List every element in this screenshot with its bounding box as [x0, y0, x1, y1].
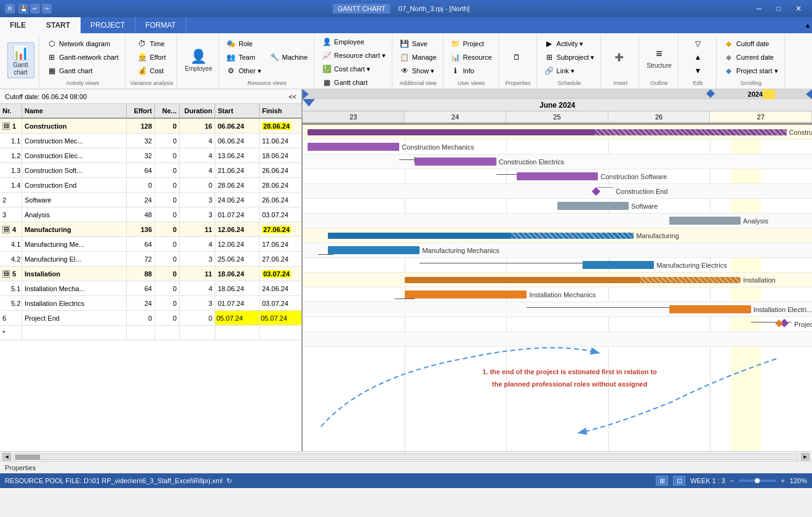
close-button[interactable]: ✕ — [790, 2, 807, 15]
bar-hatch — [595, 129, 786, 135]
undo-icon[interactable]: ↩ — [30, 4, 40, 14]
table-row[interactable]: * — [0, 326, 301, 340]
other-btn[interactable]: ⚙ Other ▾ — [224, 65, 264, 77]
activity-btn[interactable]: ▶ Activity ▾ — [542, 38, 597, 50]
dep-arrow-mfg — [420, 263, 583, 263]
right-panel: 2024 June 2024 23 24 25 26 27 — [303, 89, 812, 451]
gantt-network-btn[interactable]: ⊞ Gantt-network chart — [44, 51, 121, 63]
subproject-btn[interactable]: ⊞ Subproject ▾ — [542, 51, 597, 63]
cap-employee-btn[interactable]: 👤 Employee — [319, 36, 388, 48]
table-row[interactable]: ⊟5 Installation 88 0 11 18.06.24 03.07.2… — [0, 267, 301, 281]
table-row[interactable]: 1.4 Construction End 0 0 0 28.06.24 28.0… — [0, 178, 301, 193]
up-btn[interactable]: ▲ — [690, 51, 705, 63]
gantt-cap-label: Gantt chart — [334, 79, 367, 86]
structure-btn[interactable]: ≡ Structure — [644, 44, 674, 71]
titlebar: R 💾 ↩ ↪ GANTT CHART 07_North_3.rpj - [No… — [0, 0, 812, 17]
ribbon-collapse-btn[interactable]: ▲ — [803, 17, 812, 33]
expand-icon[interactable]: ⊟ — [2, 122, 10, 130]
day-25: 25 — [506, 111, 608, 122]
table-row[interactable]: 1.2 Construction Elec... 32 0 4 13.06.24… — [0, 148, 301, 163]
restore-button[interactable]: □ — [770, 2, 787, 15]
group-schedule: ▶ Activity ▾ ⊞ Subproject ▾ 🔗 Link ▾ Sch… — [538, 34, 602, 87]
tab-format[interactable]: FORMAT — [135, 17, 186, 33]
down-btn[interactable]: ▼ — [690, 65, 705, 77]
table-row[interactable]: 5.1 Installation Mecha... 64 0 4 18.06.2… — [0, 281, 301, 296]
structure-label: Structure — [647, 62, 672, 70]
props-btn[interactable]: 🗒 — [509, 51, 527, 63]
employee-button[interactable]: 👤 Employee — [182, 47, 214, 74]
insert-icon: ➕ — [615, 52, 624, 62]
td-finish: 26.06.24 — [260, 163, 301, 177]
info-btn[interactable]: ℹ Info — [448, 65, 495, 77]
time-btn[interactable]: ⏱ Time — [135, 38, 168, 50]
group-edit: ▽ ▲ ▼ Edit — [680, 34, 717, 87]
redo-icon[interactable]: ↪ — [42, 4, 52, 14]
td-effort: 88 — [127, 267, 155, 281]
expand-icon[interactable]: ⊟ — [2, 226, 10, 233]
effort-btn[interactable]: 👷 Effort — [135, 51, 168, 63]
network-diagram-btn[interactable]: ⬡ Network diagram — [44, 38, 121, 50]
resource-btn[interactable]: 📊 Resource — [448, 51, 495, 63]
show-btn[interactable]: 👁 Show ▾ — [397, 65, 439, 77]
scroll-thumb[interactable] — [15, 455, 40, 460]
info-icon: ℹ — [451, 66, 461, 76]
cost-btn[interactable]: 💰 Cost — [135, 65, 168, 77]
insert-btn[interactable]: ➕ — [612, 51, 629, 63]
table-row[interactable]: 6 Project End 0 0 0 05.07.24 05.07.24 — [0, 311, 301, 326]
tab-file[interactable]: FILE — [0, 17, 36, 33]
project-start-btn[interactable]: ◆ Project start ▾ — [722, 65, 781, 77]
refresh-icon[interactable]: ↻ — [226, 477, 232, 485]
bar-construction-summary — [308, 129, 786, 135]
link-btn[interactable]: 🔗 Link ▾ — [542, 65, 597, 77]
expand-icon[interactable]: ⊟ — [2, 270, 10, 278]
machine-btn[interactable]: 🔧 Machine — [268, 51, 311, 63]
link-icon: 🔗 — [544, 66, 554, 76]
table-row[interactable]: 1.1 Construction Mec... 32 0 4 06.06.24 … — [0, 134, 301, 148]
collapse-panel-btn[interactable]: << — [289, 93, 297, 100]
tab-project[interactable]: PROJECT — [81, 17, 135, 33]
cost-chart-btn[interactable]: 💹 Cost chart ▾ — [319, 63, 388, 75]
link-label: Link ▾ — [557, 67, 575, 75]
save-view-btn[interactable]: 💾 Save — [397, 38, 439, 50]
table-row[interactable]: 1.3 Construction Soft... 64 0 4 21.06.24… — [0, 163, 301, 178]
table-row[interactable]: 3 Analysis 48 0 3 01.07.24 03.07.24 — [0, 207, 301, 222]
filter-btn[interactable]: ▽ — [690, 38, 705, 50]
team-btn[interactable]: 👥 Team — [224, 51, 264, 63]
scroll-left-btn[interactable]: ◄ — [2, 453, 11, 460]
table-row[interactable]: 4.1 Manufacturing Me... 64 0 4 12.06.24 … — [0, 237, 301, 252]
table-row[interactable]: 5.2 Installation Electrics 24 0 3 01.07.… — [0, 296, 301, 311]
proj-start-icon: ◆ — [724, 66, 734, 76]
titlebar-left: R 💾 ↩ ↪ — [5, 4, 52, 14]
td-effort: 64 — [127, 163, 155, 177]
table-row[interactable]: ⊟4 Manufacturing 136 0 11 12.06.24 27.06… — [0, 222, 301, 237]
gantt-view-btn[interactable]: ▦ Gantt chart — [44, 65, 121, 77]
gantt-chart-button[interactable]: 📊 Ganttchart — [7, 42, 34, 78]
scroll-right-btn[interactable]: ► — [801, 453, 810, 460]
tab-start[interactable]: START — [36, 17, 81, 33]
save-icon[interactable]: 💾 — [18, 4, 28, 14]
manage-btn[interactable]: 📋 Manage — [397, 51, 439, 63]
th-ne: Ne... — [155, 104, 180, 118]
cutoff-date-btn[interactable]: ◆ Cutoff date — [722, 38, 781, 50]
gantt-chart-cap-btn[interactable]: ▦ Gantt chart — [319, 76, 388, 89]
zoom-plus[interactable]: + — [781, 477, 784, 484]
status-icon-1[interactable]: ⊞ — [656, 476, 668, 486]
current-date-btn[interactable]: ◆ Current date — [722, 51, 781, 63]
table-row[interactable]: 2 Software 24 0 3 24.06.24 26.06.24 — [0, 193, 301, 207]
horizontal-scrollbar[interactable] — [14, 454, 798, 460]
table-row[interactable]: 4.2 Manufacturing El... 72 0 3 25.06.24 … — [0, 252, 301, 267]
th-name: Name — [22, 104, 127, 118]
project-btn[interactable]: 📁 Project — [448, 38, 495, 50]
zoom-minus[interactable]: − — [730, 477, 734, 484]
status-icon-2[interactable]: ⊡ — [673, 476, 685, 486]
zoom-handle[interactable] — [755, 478, 760, 483]
role-btn[interactable]: 🎭 Role — [224, 38, 264, 50]
resource-chart-btn[interactable]: 📈 Resource chart ▾ — [319, 49, 388, 62]
table-row[interactable]: ⊟1 Construction 128 0 16 06.06.24 28.06.… — [0, 119, 301, 134]
td-ne: 0 — [155, 311, 180, 325]
th-duration: Duration — [180, 104, 215, 118]
minimize-button[interactable]: ─ — [750, 2, 768, 15]
edit-label: Edit — [693, 79, 703, 86]
td-finish: 24.06.24 — [260, 281, 301, 295]
capacity-list-left: 👤 Employee 📈 Resource chart ▾ 💹 Cost cha… — [319, 36, 388, 89]
